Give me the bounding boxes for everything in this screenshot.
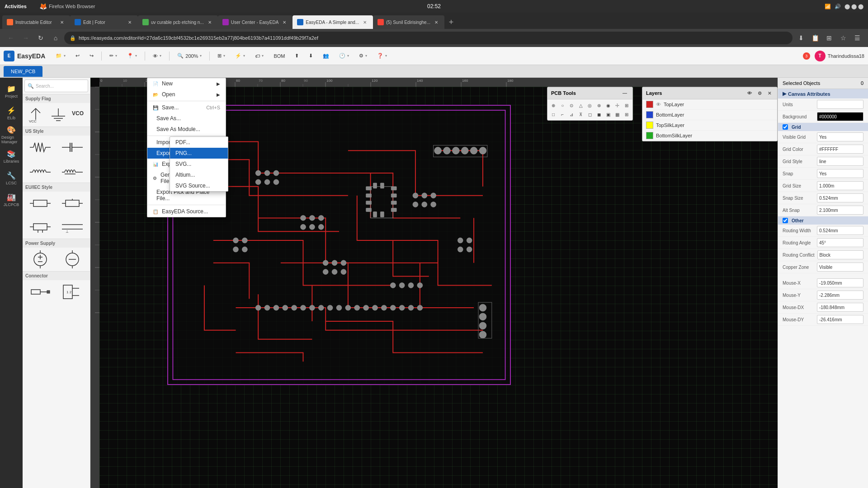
tab-uvcurable[interactable]: uv curable pcb etching n... ✕ bbox=[138, 15, 218, 29]
comp-supply-flag[interactable]: VCC bbox=[24, 106, 47, 124]
menu-item-new[interactable]: 📄 New ▶ bbox=[147, 78, 226, 89]
tab-close-fotor[interactable]: ✕ bbox=[126, 19, 133, 26]
export-png[interactable]: PNG... bbox=[170, 148, 228, 159]
copper-zone-value[interactable]: Visible bbox=[817, 263, 863, 272]
export-pdf[interactable]: PDF... bbox=[170, 137, 228, 148]
new-tab-button[interactable]: + bbox=[444, 15, 458, 29]
comp-eu-special1[interactable] bbox=[28, 218, 53, 236]
forward-button[interactable]: → bbox=[19, 32, 32, 44]
other-checkbox[interactable] bbox=[783, 218, 788, 223]
address-bar[interactable]: 🔒 https://easyeda.com/editor#id=27da6c15… bbox=[64, 32, 793, 44]
menu-item-save-as[interactable]: Save As... bbox=[147, 113, 226, 124]
routing-width-value[interactable]: 0.524mm bbox=[817, 226, 863, 235]
tab-close-sunil[interactable]: ✕ bbox=[433, 19, 440, 26]
export-svg[interactable]: SVG... bbox=[170, 159, 228, 169]
comp-us-resistor[interactable] bbox=[28, 138, 53, 156]
grid-size-value[interactable]: 1.000m bbox=[817, 181, 863, 190]
zoom-icon: 🔍 bbox=[177, 53, 184, 59]
routing-conflict-value[interactable]: Block bbox=[817, 250, 863, 259]
draw-button[interactable]: ✏ ▾ bbox=[105, 50, 121, 62]
snap-value[interactable]: Yes bbox=[817, 169, 863, 178]
settings-button[interactable]: ⚙ ▾ bbox=[355, 50, 371, 62]
undo-button[interactable]: ↩ bbox=[71, 50, 84, 62]
grid-color-swatch[interactable]: #FFFFFF bbox=[817, 145, 863, 154]
comp-gnd-flag[interactable] bbox=[47, 106, 70, 124]
comp-battery2[interactable] bbox=[60, 250, 85, 268]
snap-size-value[interactable]: 0.524mm bbox=[817, 193, 863, 202]
grid-checkbox[interactable] bbox=[783, 124, 788, 130]
sidenav-design-manager[interactable]: 🎨 Design Manager bbox=[1, 125, 21, 145]
tab-usercenter[interactable]: User Center - EasyEDA ✕ bbox=[218, 15, 293, 29]
route-button[interactable]: ⚡ ▾ bbox=[231, 50, 249, 62]
comp-us-inductor[interactable] bbox=[28, 162, 53, 180]
file-menu-button[interactable]: 📁 ▾ bbox=[52, 50, 70, 62]
view-button[interactable]: 👁 ▾ bbox=[149, 50, 165, 62]
menu-item-save[interactable]: 💾 Save... Ctrl+S bbox=[147, 102, 226, 113]
menu-easyeda-source-label: EasyEDA Source... bbox=[162, 208, 208, 215]
menu-item-open[interactable]: 📂 Open ▶ bbox=[147, 89, 226, 100]
export-svg-source[interactable]: SVG Source... bbox=[170, 180, 228, 191]
sidenav-lcsc[interactable]: 🔧 LCSC bbox=[1, 168, 21, 188]
home-button[interactable]: ⌂ bbox=[49, 32, 62, 44]
bookmark-button[interactable]: ☆ bbox=[837, 32, 849, 44]
context-menu-backdrop[interactable]: 📄 New ▶ 📂 Open ▶ 💾 Save... bbox=[90, 78, 778, 488]
sidenav-project[interactable]: 📁 Project bbox=[1, 81, 21, 101]
comp-us-inductor2[interactable] bbox=[60, 162, 85, 180]
tab-close-usercenter[interactable]: ✕ bbox=[281, 19, 288, 26]
refresh-button[interactable]: ↻ bbox=[34, 32, 47, 44]
bookmark-list-button[interactable]: 📋 bbox=[809, 32, 821, 44]
comp-connector1[interactable] bbox=[28, 283, 53, 301]
comp-eu-special2[interactable]: ⊥ bbox=[60, 218, 85, 236]
background-color-swatch[interactable]: #000000 bbox=[817, 112, 863, 121]
back-button[interactable]: ← bbox=[5, 32, 17, 44]
reading-view-button[interactable]: ⊞ bbox=[823, 32, 835, 44]
user-avatar[interactable]: T bbox=[815, 51, 826, 61]
snap-button[interactable]: ⊞ ▾ bbox=[213, 50, 229, 62]
tab-instructable[interactable]: Instructable Editor ✕ bbox=[2, 15, 70, 29]
comp-connector2[interactable]: 1 2 bbox=[60, 283, 85, 301]
alt-snap-value[interactable]: 2.100mm bbox=[817, 206, 863, 215]
tab-fotor[interactable]: Edit | Fotor ✕ bbox=[70, 15, 138, 29]
sidenav-jlcpcb[interactable]: 🏭 JLCPCB bbox=[1, 190, 21, 210]
menu-item-easyeda-source[interactable]: 📋 EasyEDA Source... bbox=[147, 206, 226, 217]
tab-close-uvcurable[interactable]: ✕ bbox=[206, 19, 213, 26]
visible-grid-value[interactable]: Yes bbox=[817, 132, 863, 141]
label-button[interactable]: 🏷 ▾ bbox=[251, 50, 268, 62]
activities-button[interactable]: Activities bbox=[5, 4, 27, 9]
redo-button[interactable]: ↪ bbox=[85, 50, 98, 62]
comp-us-capacitor[interactable] bbox=[60, 138, 85, 156]
tab-easyeda[interactable]: EasyEDA - A Simple and... ✕ bbox=[292, 15, 373, 29]
units-value[interactable] bbox=[817, 100, 863, 109]
tab-sunil[interactable]: (5) Sunil Edirisinghe... ✕ bbox=[373, 15, 444, 29]
canvas-area[interactable]: 📄 New ▶ 📂 Open ▶ 💾 Save... bbox=[90, 78, 778, 488]
place-button[interactable]: 📍 ▾ bbox=[123, 50, 141, 62]
grid-style-value[interactable]: line bbox=[817, 157, 863, 166]
eu-iec-row2: ⊥ bbox=[23, 215, 90, 239]
comp-battery1[interactable] bbox=[28, 250, 53, 268]
png-label: PNG... bbox=[175, 150, 192, 156]
menu-item-save-as-module[interactable]: Save As Module... bbox=[147, 124, 226, 135]
menu-button[interactable]: ☰ bbox=[851, 32, 863, 44]
section-supply-flag: Supply Flag bbox=[23, 94, 90, 103]
comp-eu-resistor2[interactable] bbox=[60, 194, 85, 212]
component-search-box[interactable]: 🔍 Search... bbox=[24, 80, 88, 92]
collaborate-button[interactable]: 👥 bbox=[319, 50, 333, 62]
zoom-button[interactable]: 🔍 200% ▾ bbox=[173, 50, 206, 62]
tab-close-instructable[interactable]: ✕ bbox=[58, 19, 66, 26]
history-button[interactable]: 🕐 ▾ bbox=[335, 50, 353, 62]
comp-eu-resistor[interactable] bbox=[28, 194, 53, 212]
app-header: E EasyEDA 📁 ▾ ↩ ↪ ✏ ▾ 📍 ▾ bbox=[0, 47, 868, 65]
comp-vco-flag[interactable]: VCO bbox=[70, 106, 90, 124]
download-button[interactable]: ⬇ bbox=[795, 32, 807, 44]
notification-badge[interactable]: 3 bbox=[803, 52, 810, 60]
routing-angle-value[interactable]: 45° bbox=[817, 238, 863, 247]
tab-close-easyeda[interactable]: ✕ bbox=[361, 19, 368, 26]
help-button[interactable]: ❓ ▾ bbox=[373, 50, 391, 62]
file-tab-new-pcb[interactable]: NEW_PCB bbox=[4, 66, 42, 77]
bom-button[interactable]: BOM bbox=[269, 50, 289, 62]
export-altium[interactable]: Altium... bbox=[170, 169, 228, 180]
sidenav-elib[interactable]: ⚡ ELib bbox=[1, 103, 21, 123]
import-button[interactable]: ⬆ bbox=[291, 50, 303, 62]
sidenav-libraries[interactable]: 📚 Libraries bbox=[1, 146, 21, 166]
export-toolbar-button[interactable]: ⬇ bbox=[305, 50, 317, 62]
